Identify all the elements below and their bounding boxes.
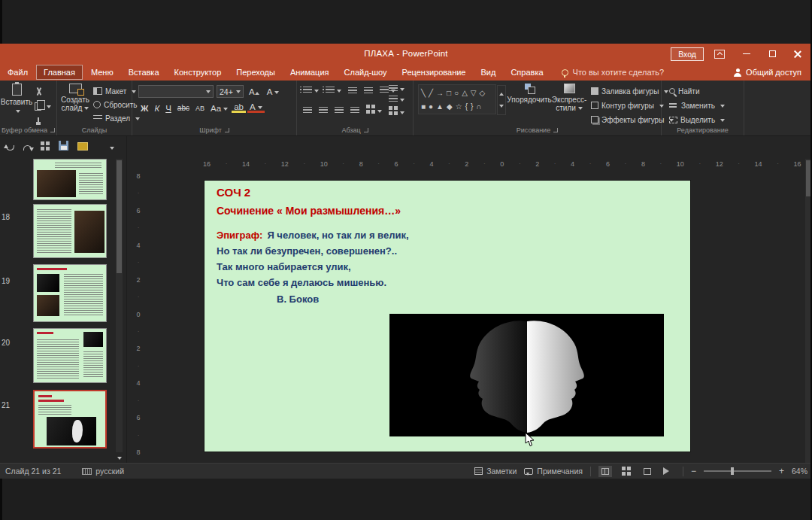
- highlight-color-button[interactable]: ab: [232, 103, 246, 113]
- italic-button[interactable]: К: [152, 104, 162, 113]
- shape-icon[interactable]: }: [471, 102, 473, 111]
- slide-thumbnail-17[interactable]: [33, 159, 107, 200]
- shapes-gallery[interactable]: ╲╱→□○△▽◇ ■●▲◆☆{}∩: [418, 84, 496, 114]
- slide-title[interactable]: СОЧ 2: [217, 186, 250, 199]
- slide-sorter-view-button[interactable]: [620, 466, 633, 477]
- cut-button[interactable]: [35, 85, 51, 97]
- decrease-indent-button[interactable]: [348, 87, 357, 94]
- shape-icon[interactable]: ▽: [471, 89, 477, 97]
- tab-view[interactable]: Вид: [474, 65, 503, 79]
- minimize-button[interactable]: [734, 44, 759, 64]
- reading-view-button[interactable]: [641, 466, 654, 477]
- arrange-button[interactable]: Упорядочить: [510, 84, 549, 104]
- zoom-slider[interactable]: [704, 470, 771, 472]
- shape-icon[interactable]: {: [465, 102, 468, 111]
- scrollbar-thumb[interactable]: [117, 160, 122, 273]
- tell-me-search[interactable]: Что вы хотите сделать?: [562, 68, 665, 77]
- customize-qat-button[interactable]: [108, 140, 114, 154]
- undo-button[interactable]: [6, 140, 14, 154]
- smartart-button[interactable]: [389, 106, 404, 117]
- redo-button[interactable]: [23, 140, 32, 154]
- align-right-button[interactable]: [335, 107, 344, 114]
- slide-counter[interactable]: Слайд 21 из 21: [5, 467, 61, 476]
- two-faces-image[interactable]: [389, 314, 664, 436]
- notes-toggle[interactable]: Заметки: [474, 467, 517, 476]
- shape-icon[interactable]: ◆: [447, 102, 453, 111]
- maximize-button[interactable]: [759, 44, 785, 64]
- change-case-button[interactable]: Аа: [208, 104, 230, 113]
- shape-icon[interactable]: ◇: [480, 89, 486, 97]
- dialog-launcher-icon[interactable]: [50, 128, 55, 132]
- numbering-button[interactable]: [326, 87, 341, 95]
- shape-icon[interactable]: ☆: [456, 102, 462, 111]
- tab-home[interactable]: Главная: [36, 65, 83, 80]
- align-left-button[interactable]: [303, 107, 312, 114]
- character-spacing-button[interactable]: АВ: [193, 105, 207, 112]
- normal-view-button[interactable]: [598, 466, 612, 477]
- shape-icon[interactable]: ╲: [421, 89, 426, 97]
- font-size-combobox[interactable]: 24+: [217, 85, 244, 98]
- find-button[interactable]: Найти: [669, 85, 725, 97]
- scrollbar-thumb[interactable]: [806, 160, 810, 196]
- grow-font-button[interactable]: А: [247, 87, 262, 96]
- shapes-scrollbar[interactable]: [497, 85, 506, 115]
- tab-menu[interactable]: Меню: [84, 65, 120, 79]
- shape-icon[interactable]: ●: [429, 102, 433, 111]
- shape-icon[interactable]: ■: [421, 102, 426, 111]
- ribbon-display-options-icon[interactable]: [714, 50, 725, 59]
- insert-image-button[interactable]: [77, 140, 88, 154]
- tab-file[interactable]: Файл: [1, 65, 35, 79]
- text-direction-button[interactable]: [389, 85, 404, 93]
- justify-button[interactable]: [350, 107, 359, 114]
- shape-icon[interactable]: →: [436, 89, 444, 97]
- zoom-in-button[interactable]: +: [779, 466, 784, 476]
- tab-review[interactable]: Рецензирование: [395, 65, 473, 79]
- main-scrollbar[interactable]: [805, 159, 811, 463]
- increase-indent-button[interactable]: [364, 87, 373, 94]
- comments-toggle[interactable]: Примечания: [524, 467, 583, 476]
- slide-thumbnail-21-selected[interactable]: [33, 390, 107, 449]
- dialog-launcher-icon[interactable]: [364, 128, 368, 132]
- select-button[interactable]: Выделить: [669, 114, 725, 126]
- tab-design[interactable]: Конструктор: [168, 65, 229, 79]
- shape-icon[interactable]: ∩: [476, 102, 481, 111]
- login-button[interactable]: Вход: [671, 47, 704, 61]
- dialog-launcher-icon[interactable]: [553, 128, 558, 132]
- tab-slideshow[interactable]: Слайд-шоу: [338, 65, 394, 79]
- slide-thumbnail-19[interactable]: [33, 264, 107, 322]
- zoom-level[interactable]: 64%: [792, 467, 807, 476]
- font-name-combobox[interactable]: [138, 85, 214, 98]
- slide-subtitle[interactable]: Сочинение « Мои размышления…»: [217, 205, 401, 217]
- slide-thumbnail-20[interactable]: [33, 328, 107, 383]
- tab-transitions[interactable]: Переходы: [229, 65, 282, 79]
- underline-button[interactable]: Ч: [163, 104, 174, 113]
- tab-animations[interactable]: Анимация: [283, 65, 336, 79]
- bold-button[interactable]: Ж: [138, 104, 150, 113]
- new-slide-button[interactable]: Создать слайд: [60, 84, 90, 112]
- paste-button[interactable]: Вставить: [2, 84, 32, 114]
- start-from-beginning-button[interactable]: [41, 140, 50, 154]
- shape-icon[interactable]: □: [447, 89, 451, 97]
- tab-help[interactable]: Справка: [504, 65, 550, 79]
- tab-insert[interactable]: Вставка: [122, 65, 166, 79]
- language-indicator[interactable]: русский: [82, 467, 124, 476]
- slide-canvas[interactable]: СОЧ 2 Сочинение « Мои размышления…» Эпиг…: [205, 181, 690, 452]
- close-button[interactable]: [785, 44, 810, 64]
- format-painter-button[interactable]: [35, 115, 51, 127]
- strikethrough-button[interactable]: abc: [175, 104, 192, 112]
- shape-icon[interactable]: ╱: [429, 89, 433, 97]
- shrink-font-button[interactable]: А: [265, 87, 282, 96]
- replace-button[interactable]: Заменить: [669, 99, 725, 111]
- zoom-out-button[interactable]: −: [691, 466, 696, 476]
- thumbnails-scrollbar[interactable]: [116, 159, 123, 452]
- zoom-slider-thumb[interactable]: [731, 467, 734, 475]
- font-color-button[interactable]: А: [247, 103, 265, 113]
- shape-icon[interactable]: ▲: [436, 102, 444, 111]
- align-center-button[interactable]: [319, 107, 328, 114]
- columns-button[interactable]: [366, 105, 382, 115]
- epigraph-block[interactable]: Эпиграф:Я человек, но так ли я велик, Но…: [217, 227, 409, 307]
- panel-divider[interactable]: [126, 136, 127, 463]
- bullets-button[interactable]: [303, 87, 319, 95]
- save-button[interactable]: [59, 140, 68, 154]
- slideshow-view-button[interactable]: [662, 466, 675, 477]
